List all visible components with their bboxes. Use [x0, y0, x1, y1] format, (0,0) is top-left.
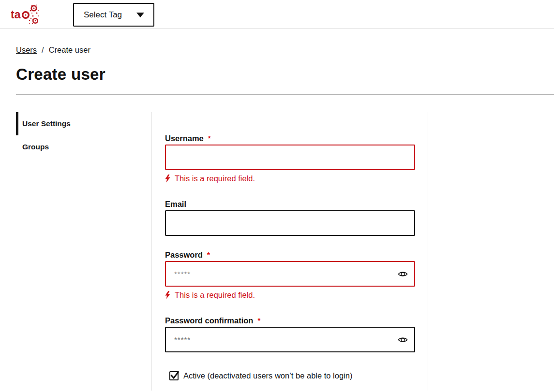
tao-logo[interactable]: ta	[11, 3, 39, 26]
create-user-page: ta Sel	[0, 0, 554, 392]
email-input[interactable]	[165, 210, 415, 236]
checkmark-icon	[171, 370, 179, 380]
password-confirmation-label: Password confirmation	[165, 317, 253, 324]
username-error-message: This is a required field.	[165, 174, 415, 183]
lightning-bolt-icon	[165, 174, 170, 183]
field-password: Password *	[165, 251, 415, 299]
password-confirmation-input[interactable]	[165, 327, 415, 352]
field-email: Email	[165, 200, 415, 236]
required-marker: *	[207, 251, 210, 259]
breadcrumb-users-link[interactable]: Users	[16, 45, 37, 54]
field-password-confirmation: Password confirmation *	[165, 317, 415, 352]
error-text: This is a required field.	[175, 174, 255, 183]
svg-text:ta: ta	[11, 8, 21, 21]
right-whitespace	[428, 112, 554, 391]
required-marker: *	[208, 134, 211, 142]
breadcrumb: Users/Create user	[16, 45, 554, 55]
sidebar-item-label: User Settings	[22, 119, 71, 128]
title-divider	[16, 94, 554, 95]
caret-down-icon	[136, 13, 144, 17]
workspace: User Settings Groups Username *	[16, 112, 554, 391]
sidebar-item-groups[interactable]: Groups	[16, 135, 151, 159]
field-username: Username * This is a required field.	[165, 134, 415, 183]
email-label: Email	[165, 200, 186, 208]
active-checkbox-row: Active (deactivated users won’t be able …	[169, 371, 415, 380]
user-settings-form: Username * This is a required field.	[151, 112, 428, 391]
tao-logo-icon: ta	[11, 3, 39, 26]
sidebar: User Settings Groups	[16, 112, 151, 391]
sidebar-item-user-settings[interactable]: User Settings	[16, 112, 151, 135]
lightning-bolt-icon	[165, 291, 170, 299]
username-label: Username	[165, 134, 204, 142]
required-marker: *	[257, 317, 260, 324]
password-error-message: This is a required field.	[165, 291, 415, 299]
main-content: Users/Create user Create user User Setti…	[0, 45, 554, 391]
password-label: Password	[165, 251, 203, 259]
page-title: Create user	[16, 65, 554, 84]
breadcrumb-current: Create user	[49, 45, 90, 54]
select-tag-dropdown[interactable]: Select Tag	[73, 3, 154, 27]
eye-icon[interactable]	[398, 271, 408, 277]
eye-icon[interactable]	[398, 336, 408, 343]
username-input[interactable]	[165, 145, 415, 170]
password-input[interactable]	[165, 261, 415, 287]
error-text: This is a required field.	[175, 291, 255, 299]
active-checkbox[interactable]	[169, 371, 179, 380]
select-tag-label: Select Tag	[84, 10, 122, 20]
sidebar-item-label: Groups	[22, 143, 49, 151]
breadcrumb-separator: /	[42, 45, 44, 54]
active-checkbox-label: Active (deactivated users won’t be able …	[183, 371, 352, 380]
topbar: ta Sel	[0, 0, 554, 29]
